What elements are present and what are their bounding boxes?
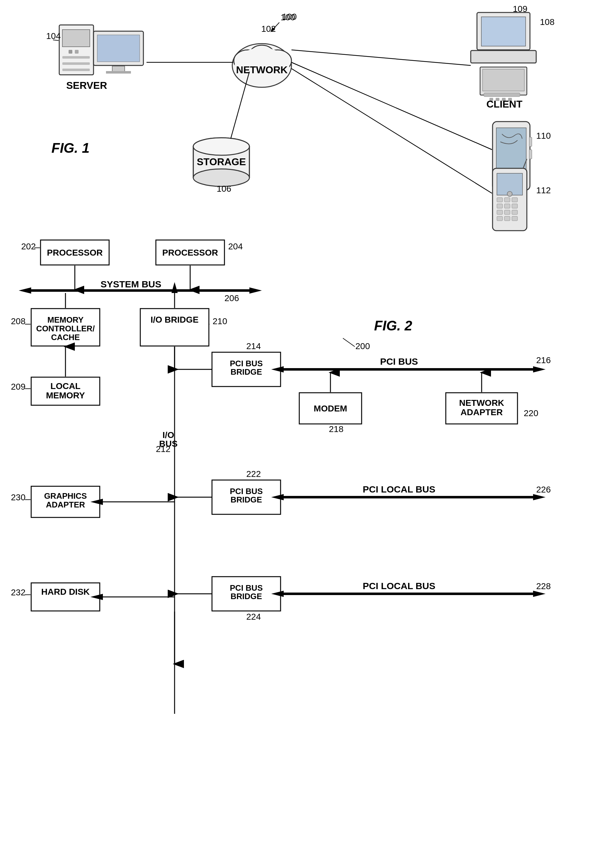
svg-text:232: 232 <box>11 588 25 597</box>
svg-rect-45 <box>497 198 503 202</box>
svg-text:PROCESSOR: PROCESSOR <box>162 248 218 257</box>
svg-text:PCI BUS: PCI BUS <box>380 356 418 367</box>
svg-text:FIG. 2: FIG. 2 <box>374 318 412 333</box>
svg-text:SYSTEM BUS: SYSTEM BUS <box>101 279 161 289</box>
svg-text:ADAPTER: ADAPTER <box>460 407 503 417</box>
svg-text:BRIDGE: BRIDGE <box>230 592 262 601</box>
svg-rect-40 <box>530 137 532 146</box>
svg-rect-4 <box>62 56 90 59</box>
svg-text:224: 224 <box>246 612 261 621</box>
svg-rect-46 <box>504 198 510 202</box>
svg-text:ADAPTER: ADAPTER <box>46 500 85 509</box>
svg-text:MEMORY: MEMORY <box>46 391 85 400</box>
svg-line-69 <box>291 50 471 66</box>
svg-point-65 <box>193 138 249 155</box>
svg-rect-5 <box>62 62 90 65</box>
svg-rect-56 <box>512 216 517 221</box>
svg-marker-89 <box>19 287 31 293</box>
svg-rect-8 <box>97 35 140 62</box>
svg-marker-123 <box>533 366 545 372</box>
svg-text:204: 204 <box>228 242 243 251</box>
svg-rect-50 <box>512 204 517 208</box>
svg-text:NETWORK: NETWORK <box>459 398 504 408</box>
svg-text:218: 218 <box>329 424 344 434</box>
svg-text:210: 210 <box>213 316 227 326</box>
svg-text:PCI LOCAL BUS: PCI LOCAL BUS <box>363 581 435 591</box>
svg-rect-3 <box>75 50 79 53</box>
svg-text:FIG. 1: FIG. 1 <box>52 140 90 155</box>
svg-text:PCI BUS: PCI BUS <box>230 486 262 496</box>
svg-text:222: 222 <box>246 469 261 479</box>
svg-marker-165 <box>533 591 545 597</box>
svg-text:SERVER: SERVER <box>66 80 107 91</box>
svg-rect-55 <box>504 216 510 221</box>
svg-rect-6 <box>62 69 90 71</box>
svg-text:BRIDGE: BRIDGE <box>230 367 262 377</box>
svg-text:I/O: I/O <box>162 430 174 440</box>
svg-text:104: 104 <box>46 31 61 41</box>
svg-marker-91 <box>249 287 262 293</box>
svg-text:I/O BRIDGE: I/O BRIDGE <box>151 315 199 325</box>
svg-text:MODEM: MODEM <box>314 404 347 413</box>
svg-text:NETWORK: NETWORK <box>236 64 288 75</box>
svg-text:230: 230 <box>11 493 25 502</box>
svg-rect-52 <box>504 210 510 215</box>
svg-text:MEMORY: MEMORY <box>47 315 83 325</box>
svg-rect-10 <box>106 71 131 74</box>
svg-text:108: 108 <box>540 17 555 27</box>
svg-rect-29 <box>484 93 520 97</box>
svg-rect-1 <box>62 30 90 47</box>
svg-rect-26 <box>471 50 536 63</box>
svg-rect-47 <box>512 198 517 202</box>
svg-line-70 <box>231 72 249 139</box>
svg-text:228: 228 <box>536 581 551 591</box>
svg-rect-54 <box>497 216 503 221</box>
svg-point-58 <box>507 191 512 196</box>
svg-text:216: 216 <box>536 355 551 365</box>
diagram-container: SERVER 104 NETWORK 102 <box>0 0 616 860</box>
svg-line-72 <box>291 69 492 193</box>
svg-rect-9 <box>112 66 125 72</box>
svg-rect-25 <box>481 17 526 46</box>
svg-text:226: 226 <box>536 485 551 494</box>
svg-rect-28 <box>482 69 524 91</box>
svg-rect-48 <box>497 204 503 208</box>
svg-text:BUS: BUS <box>159 439 178 449</box>
svg-line-173 <box>343 338 355 347</box>
svg-text:109: 109 <box>513 4 528 14</box>
svg-rect-41 <box>530 150 532 159</box>
svg-text:CLIENT: CLIENT <box>486 99 522 110</box>
svg-marker-149 <box>533 494 545 500</box>
svg-rect-49 <box>504 204 510 208</box>
svg-text:PROCESSOR: PROCESSOR <box>47 248 103 257</box>
svg-text:209: 209 <box>11 382 25 391</box>
svg-text:GRAPHICS: GRAPHICS <box>44 491 86 501</box>
svg-line-71 <box>291 62 492 150</box>
svg-text:112: 112 <box>536 185 551 195</box>
svg-text:220: 220 <box>524 408 538 418</box>
svg-text:PCI LOCAL BUS: PCI LOCAL BUS <box>363 484 435 494</box>
svg-marker-170 <box>171 282 178 293</box>
svg-text:110: 110 <box>536 131 551 141</box>
svg-text:CACHE: CACHE <box>51 333 80 342</box>
svg-text:202: 202 <box>21 242 36 251</box>
svg-text:BRIDGE: BRIDGE <box>230 495 262 504</box>
svg-text:200: 200 <box>355 341 370 351</box>
svg-text:208: 208 <box>11 316 25 326</box>
svg-text:HARD DISK: HARD DISK <box>41 587 90 596</box>
svg-rect-38 <box>496 128 526 174</box>
svg-rect-2 <box>69 50 72 53</box>
svg-text:214: 214 <box>246 341 261 351</box>
svg-text:PCI BUS: PCI BUS <box>230 359 262 368</box>
svg-text:CONTROLLER/: CONTROLLER/ <box>36 324 95 333</box>
svg-rect-51 <box>497 210 503 215</box>
svg-text:206: 206 <box>225 293 239 303</box>
ref-100: 100 <box>282 12 297 22</box>
svg-point-21 <box>251 49 272 64</box>
svg-text:PCI BUS: PCI BUS <box>230 583 262 593</box>
svg-text:STORAGE: STORAGE <box>197 156 246 167</box>
svg-text:LOCAL: LOCAL <box>50 381 80 391</box>
svg-rect-100 <box>140 309 209 346</box>
svg-rect-53 <box>512 210 517 215</box>
svg-text:106: 106 <box>217 184 231 193</box>
